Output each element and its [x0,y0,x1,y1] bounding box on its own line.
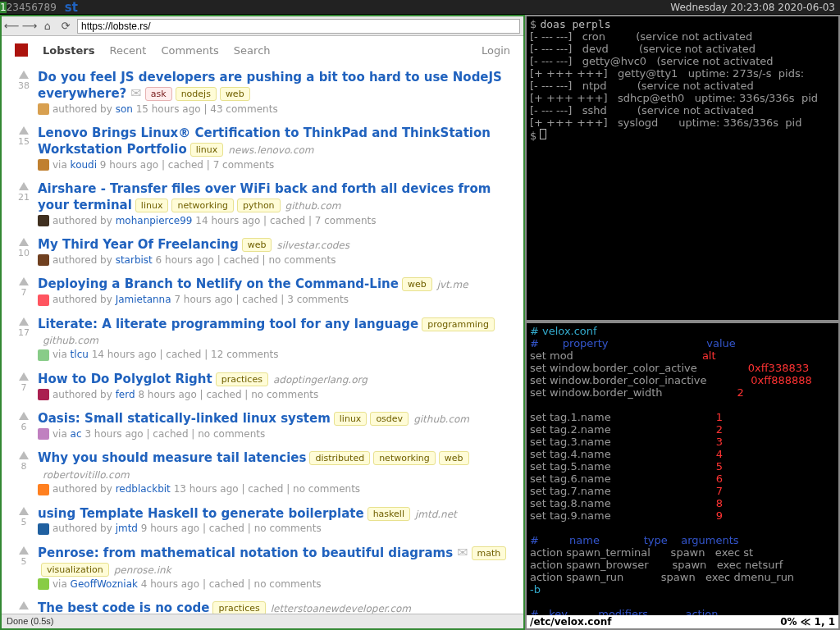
nav-recent[interactable]: Recent [109,44,146,57]
avatar[interactable] [38,159,49,171]
upvote-icon[interactable] [19,238,29,246]
home-button[interactable]: ⌂ [41,20,54,33]
avatar[interactable] [38,254,49,266]
story-title[interactable]: The best code is no code [38,600,209,614]
story-title[interactable]: My Third Year Of Freelancing [38,237,239,252]
story-row: 38Do you feel JS developers are pushing … [10,64,515,120]
login-link[interactable]: Login [482,44,510,57]
upvote-icon[interactable] [19,507,29,515]
story-domain[interactable]: github.com [285,200,341,212]
avatar[interactable] [38,484,49,495]
nav-comments[interactable]: Comments [161,44,218,57]
story-tag[interactable]: math [472,546,507,560]
story-domain[interactable]: silvestar.codes [276,240,349,251]
workspace-tag[interactable]: 1 [0,2,7,13]
story-title[interactable]: Literate: A literate programming tool fo… [38,317,418,331]
story-tag[interactable]: web [242,238,272,252]
story-domain[interactable]: news.lenovo.com [228,144,313,156]
avatar[interactable] [38,523,49,535]
site-logo-icon[interactable] [15,43,28,57]
story-byline: via koudi 9 hours ago | cached | 7 comme… [38,159,515,171]
url-input[interactable] [77,19,520,34]
nav-search[interactable]: Search [234,44,271,57]
story-tag[interactable]: ask [145,87,172,101]
story-domain[interactable]: github.com [43,335,98,346]
avatar[interactable] [38,103,49,115]
story-title[interactable]: Do you feel JS developers are pushing a … [38,70,502,101]
story-domain[interactable]: penrose.ink [114,564,171,576]
upvote-icon[interactable] [19,546,29,555]
upvote-icon[interactable] [19,601,29,609]
story-tag[interactable]: web [220,87,250,101]
story-author[interactable]: jmtd [116,523,138,534]
terminal-bottom[interactable]: # velox.conf # property value set mod al… [525,322,840,630]
story-tag[interactable]: networking [373,451,436,465]
story-domain[interactable]: jmtd.net [415,509,457,520]
story-author[interactable]: son [116,103,133,115]
story-author[interactable]: koudi [71,159,97,171]
story-author[interactable]: tlcu [71,349,89,360]
upvote-icon[interactable] [19,71,29,79]
clock: Wednesday 20:23:08 2020-06-03 [670,0,840,14]
story-domain[interactable]: robertovitillo.com [43,469,130,481]
story-row: 17Literate: A literate programming tool … [10,311,515,366]
story-tag[interactable]: practices [212,601,265,614]
story-tag[interactable]: python [237,199,280,212]
back-button[interactable]: ⟵ [5,20,18,33]
avatar[interactable] [38,428,49,440]
story-title[interactable]: Oasis: Small statically-linked linux sys… [38,411,331,426]
upvote-icon[interactable] [19,182,29,190]
story-tag[interactable]: linux [334,412,368,426]
story-domain[interactable]: jvt.me [437,279,468,290]
story-author[interactable]: GeoffWozniak [71,578,138,590]
terminal-top[interactable]: $ doas perpls [- --- ---] cron (service … [525,15,840,322]
upvote-icon[interactable] [19,126,29,135]
workspace-tag[interactable]: 9 [50,2,57,13]
upvote-icon[interactable] [19,412,29,420]
story-author[interactable]: starbist [116,254,153,266]
workspace-tag[interactable]: 4 [19,2,25,13]
story-title[interactable]: How to Do Polyglot Right [38,372,212,386]
story-domain[interactable]: adoptingerlang.org [273,374,368,386]
story-author[interactable]: ferd [116,389,135,400]
story-author[interactable]: redblackbit [116,483,171,495]
workspace-tag[interactable]: 3 [12,2,19,13]
status-file: /etc/velox.conf [530,615,612,628]
avatar[interactable] [38,215,49,226]
story-title[interactable]: using Template Haskell to generate boile… [38,506,364,521]
story-tag[interactable]: visualization [41,563,109,577]
story-author[interactable]: ac [71,428,82,440]
story-tag[interactable]: osdev [370,412,409,426]
story-tag[interactable]: web [439,451,469,465]
story-tag[interactable]: distributed [309,451,370,465]
story-title[interactable]: Deploying a Branch to Netlify on the Com… [38,276,399,291]
story-tag[interactable]: web [402,277,432,291]
story-title[interactable]: Why you should measure tail latencies [38,450,306,465]
upvote-icon[interactable] [19,277,29,285]
story-tag[interactable]: linux [190,143,224,157]
avatar[interactable] [38,578,49,590]
upvote-icon[interactable] [19,317,29,326]
reload-button[interactable]: ⟳ [59,20,72,33]
avatar[interactable] [38,389,49,400]
upvote-icon[interactable] [19,372,29,381]
story-domain[interactable]: letterstoanewdeveloper.com [271,603,411,614]
avatar[interactable] [38,349,49,361]
workspace-tag[interactable]: 8 [43,2,50,13]
story-row: 7Deploying a Branch to Netlify on the Co… [10,271,515,310]
story-domain[interactable]: github.com [413,413,469,425]
story-author[interactable]: Jamietanna [116,294,171,305]
story-tag[interactable]: linux [135,199,169,212]
story-tag[interactable]: networking [171,199,234,212]
workspace-tag[interactable]: 6 [31,2,38,13]
story-author[interactable]: mohanpierce99 [116,215,193,226]
upvote-icon[interactable] [19,451,29,459]
story-tag[interactable]: programming [422,317,495,331]
avatar[interactable] [38,294,49,306]
story-tag[interactable]: practices [216,372,268,386]
story-title[interactable]: Penrose: from mathematical notation to b… [38,546,453,560]
forward-button[interactable]: ⟶ [23,20,36,33]
story-tag[interactable]: nodejs [176,87,217,101]
site-name[interactable]: Lobsters [43,44,94,57]
story-tag[interactable]: haskell [368,507,410,521]
